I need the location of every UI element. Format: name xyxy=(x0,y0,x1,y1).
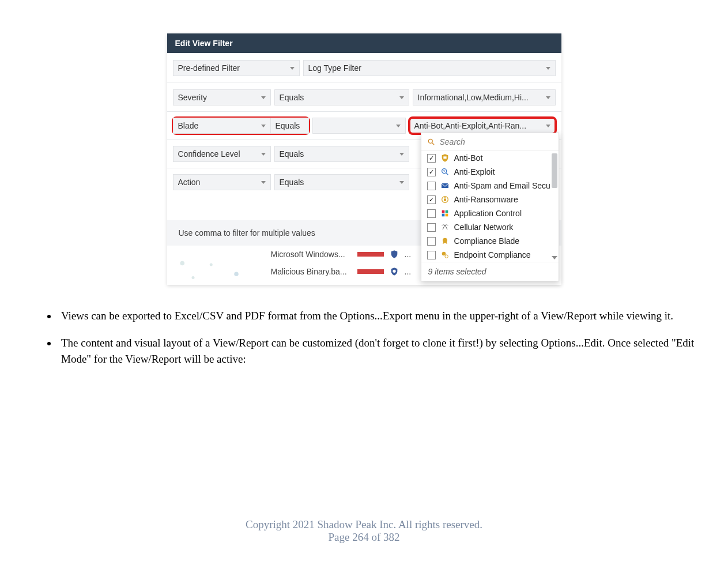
value-label: Informational,Low,Medium,Hi... xyxy=(418,93,542,102)
checkbox-icon[interactable] xyxy=(427,251,436,259)
chevron-down-icon xyxy=(396,125,401,127)
operator-select-severity[interactable]: Equals xyxy=(274,89,409,106)
chevron-down-icon xyxy=(546,96,550,99)
operator-select-confidence[interactable]: Equals xyxy=(274,146,409,162)
severity-bar-icon xyxy=(357,252,384,257)
svg-line-9 xyxy=(446,172,448,175)
checkbox-icon[interactable] xyxy=(427,223,436,232)
field-select-blade[interactable]: Blade xyxy=(173,118,271,134)
value-label: Anti-Bot,Anti-Exploit,Anti-Ran... xyxy=(414,121,542,130)
app-icon xyxy=(440,209,450,218)
bullet-item: Views can be exported to Excel/CSV and P… xyxy=(58,308,705,325)
checkbox-icon[interactable]: ✓ xyxy=(427,154,436,163)
blade-values-dropdown: ✓ Anti-Bot ✓ X Anti-Exploit Anti-Spam an… xyxy=(421,133,559,281)
operator-select-action[interactable]: Equals xyxy=(274,174,409,190)
chevron-down-icon xyxy=(290,67,295,70)
dropdown-item-label: Endpoint Compliance xyxy=(454,250,531,259)
svg-line-6 xyxy=(432,143,434,145)
operator-label: Equals xyxy=(280,149,396,159)
operator-label: Equals xyxy=(280,93,396,102)
search-input[interactable] xyxy=(439,137,553,147)
value-select-blade[interactable]: Anti-Bot,Anti-Exploit,Anti-Ran... xyxy=(409,118,556,134)
dropdown-item[interactable]: ✓ X Anti-Exploit xyxy=(421,165,559,179)
chevron-down-icon xyxy=(399,96,404,99)
dropdown-item[interactable]: Cellular Network xyxy=(421,220,559,234)
scroll-down-icon[interactable] xyxy=(552,256,557,259)
chevron-down-icon xyxy=(546,125,550,127)
predefined-filter-select[interactable]: Pre-defined Filter xyxy=(173,60,300,76)
predefined-filter-label: Pre-defined Filter xyxy=(178,63,286,73)
svg-point-3 xyxy=(234,272,239,277)
field-label: Blade xyxy=(178,121,258,130)
operator-label: Equals xyxy=(276,121,304,130)
svg-point-1 xyxy=(180,261,184,266)
page-number: Page 264 of 382 xyxy=(0,531,728,544)
checkbox-icon[interactable] xyxy=(427,237,436,246)
log-type-filter-select[interactable]: Log Type Filter xyxy=(303,60,556,76)
dropdown-item[interactable]: Anti-Spam and Email Secu xyxy=(421,179,559,193)
field-select-confidence[interactable]: Confidence Level xyxy=(173,146,271,162)
svg-rect-16 xyxy=(442,214,444,217)
dropdown-item[interactable]: Compliance Blade xyxy=(421,234,559,248)
copyright-text: Copyright 2021 Shadow Peak Inc. All righ… xyxy=(0,518,728,531)
checkbox-icon[interactable] xyxy=(427,209,436,218)
map-icon xyxy=(167,256,248,285)
dropdown-item[interactable]: ✓ Anti-Ransomware xyxy=(421,193,559,206)
dropdown-item-label: Anti-Spam and Email Secu xyxy=(454,181,550,190)
bg-item-label: Microsoft Windows... xyxy=(271,250,352,259)
bg-item-label: Malicious Binary.ba... xyxy=(271,267,352,276)
badge-icon xyxy=(440,236,450,246)
svg-point-0 xyxy=(393,270,395,273)
chevron-down-icon xyxy=(546,67,550,70)
field-label: Action xyxy=(178,178,258,187)
ransom-icon xyxy=(440,195,450,204)
field-select-action[interactable]: Action xyxy=(173,174,271,190)
dropdown-item-label: Anti-Bot xyxy=(454,153,483,163)
dropdown-item[interactable]: Endpoint Compliance xyxy=(421,248,559,262)
checkbox-icon[interactable]: ✓ xyxy=(427,195,436,204)
svg-point-4 xyxy=(191,276,194,279)
dialog-title: Edit View Filter xyxy=(167,33,561,53)
chevron-down-icon xyxy=(261,96,266,99)
chevron-down-icon xyxy=(399,153,404,156)
svg-rect-13 xyxy=(444,199,446,201)
svg-rect-14 xyxy=(442,210,444,213)
operator-label: Equals xyxy=(280,178,396,187)
checkbox-icon[interactable]: ✓ xyxy=(427,168,436,176)
dropdown-item-label: Anti-Ransomware xyxy=(454,195,518,204)
dropdown-item-label: Application Control xyxy=(454,209,522,218)
dropdown-search[interactable] xyxy=(421,133,559,151)
dropdown-list: ✓ Anti-Bot ✓ X Anti-Exploit Anti-Spam an… xyxy=(421,151,559,262)
chevron-down-icon xyxy=(261,181,266,184)
endpoint-icon xyxy=(440,250,450,259)
dropdown-item[interactable]: Application Control xyxy=(421,206,559,220)
chevron-down-icon xyxy=(261,125,266,127)
dropdown-item[interactable]: ✓ Anti-Bot xyxy=(421,151,559,165)
dropdown-item-label: Compliance Blade xyxy=(454,236,520,246)
chevron-down-icon xyxy=(261,153,266,156)
dropdown-item-label: Anti-Exploit xyxy=(454,167,495,176)
operator-select-blade[interactable]: Equals xyxy=(271,118,309,134)
field-label: Severity xyxy=(178,93,258,102)
field-select-severity[interactable]: Severity xyxy=(173,89,271,106)
document-bullets: Views can be exported to Excel/CSV and P… xyxy=(35,308,705,368)
checkbox-icon[interactable] xyxy=(427,182,436,190)
search-icon xyxy=(427,138,435,146)
chevron-down-icon xyxy=(399,181,404,184)
svg-rect-17 xyxy=(445,214,448,217)
svg-rect-15 xyxy=(445,210,448,213)
value-select-severity[interactable]: Informational,Low,Medium,Hi... xyxy=(413,89,556,106)
severity-bar-icon xyxy=(357,269,384,274)
bullet-item: The content and visual layout of a View/… xyxy=(58,335,705,368)
scrollbar-thumb[interactable] xyxy=(552,153,557,188)
svg-point-2 xyxy=(209,263,212,266)
ellipsis: ... xyxy=(405,250,412,259)
svg-text:X: X xyxy=(443,170,445,173)
shield-icon xyxy=(390,249,399,259)
svg-point-20 xyxy=(445,255,448,258)
field-label: Confidence Level xyxy=(178,149,258,159)
exploit-icon: X xyxy=(440,167,450,176)
svg-point-19 xyxy=(442,252,446,256)
svg-rect-7 xyxy=(443,156,446,159)
operator-select-blade-full[interactable] xyxy=(312,118,406,134)
